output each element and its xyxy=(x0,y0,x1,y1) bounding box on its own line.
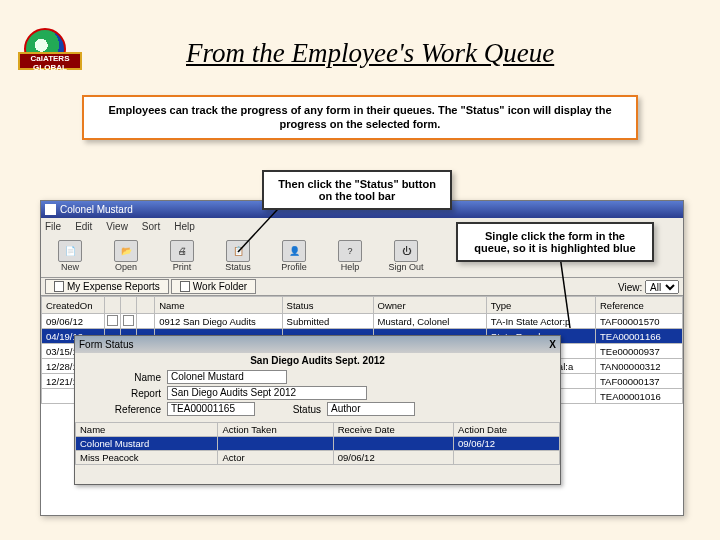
grid-header: CreatedOn Name Status Owner Type Referen… xyxy=(42,297,683,314)
menu-edit[interactable]: Edit xyxy=(75,221,92,232)
window-title: Colonel Mustard xyxy=(60,201,133,218)
table-row[interactable]: Colonel Mustard09/06/12 xyxy=(76,437,560,451)
sh-name[interactable]: Name xyxy=(76,423,218,437)
tb-open[interactable]: 📂Open xyxy=(103,236,149,276)
open-icon: 📂 xyxy=(114,240,138,262)
note-select: Single click the form in the queue, so i… xyxy=(456,222,654,262)
tab-work-folder[interactable]: Work Folder xyxy=(171,279,256,294)
help-icon: ? xyxy=(338,240,362,262)
hdr-status[interactable]: Status xyxy=(282,297,373,314)
table-row[interactable]: Miss PeacockActor09/06/12 xyxy=(76,451,560,465)
note-main: Employees can track the progress of any … xyxy=(82,95,638,140)
form-status-panel: Form Status X San Diego Audits Sept. 201… xyxy=(74,335,561,485)
fld-ref: TEA00001165 xyxy=(167,402,255,416)
app-icon xyxy=(45,204,56,215)
status-kv: NameColonel Mustard ReportSan Diego Audi… xyxy=(75,368,560,420)
lbl-report: Report xyxy=(105,388,161,399)
tab-my-expense[interactable]: My Expense Reports xyxy=(45,279,169,294)
hdr-type[interactable]: Type xyxy=(486,297,595,314)
hdr-created[interactable]: CreatedOn xyxy=(42,297,105,314)
page-title: From the Employee's Work Queue xyxy=(186,38,554,69)
tb-profile[interactable]: 👤Profile xyxy=(271,236,317,276)
tb-signout[interactable]: ⏻Sign Out xyxy=(383,236,429,276)
hdr-ic1[interactable] xyxy=(104,297,120,314)
sh-recv[interactable]: Receive Date xyxy=(333,423,453,437)
calaters-logo: CalATERSGLOBAL xyxy=(18,22,84,78)
logo-text: CalATERSGLOBAL xyxy=(18,52,82,70)
fld-report: San Diego Audits Sept 2012 xyxy=(167,386,367,400)
print-icon: 🖨 xyxy=(170,240,194,262)
hdr-name[interactable]: Name xyxy=(155,297,282,314)
view-selector: View: All xyxy=(618,280,679,294)
tb-help[interactable]: ?Help xyxy=(327,236,373,276)
hdr-ic3[interactable] xyxy=(137,297,155,314)
view-label: View: xyxy=(618,282,642,293)
sh-act[interactable]: Action Date xyxy=(454,423,560,437)
profile-icon: 👤 xyxy=(282,240,306,262)
signout-icon: ⏻ xyxy=(394,240,418,262)
lbl-name: Name xyxy=(105,372,161,383)
menu-help[interactable]: Help xyxy=(174,221,195,232)
hdr-ic2[interactable] xyxy=(120,297,136,314)
new-icon: 📄 xyxy=(58,240,82,262)
tb-print[interactable]: 🖨Print xyxy=(159,236,205,276)
tabbar: My Expense Reports Work Folder View: All xyxy=(41,278,683,296)
close-icon[interactable]: X xyxy=(549,336,556,353)
status-icon: 📋 xyxy=(226,240,250,262)
tb-new[interactable]: 📄New xyxy=(47,236,93,276)
menu-sort[interactable]: Sort xyxy=(142,221,160,232)
status-history-grid: Name Action Taken Receive Date Action Da… xyxy=(75,422,560,465)
note-status: Then click the "Status" button on the to… xyxy=(262,170,452,210)
lbl-status: Status xyxy=(275,404,321,415)
menu-view[interactable]: View xyxy=(106,221,128,232)
hdr-reference[interactable]: Reference xyxy=(596,297,683,314)
view-select[interactable]: All xyxy=(645,280,679,294)
hdr-owner[interactable]: Owner xyxy=(373,297,486,314)
document-icon xyxy=(54,281,64,292)
lbl-ref: Reference xyxy=(105,404,161,415)
table-row[interactable]: 09/06/120912 San Diego AuditsSubmittedMu… xyxy=(42,314,683,329)
form-icon xyxy=(107,315,118,326)
status-panel-title: Form Status xyxy=(79,336,133,353)
fld-name: Colonel Mustard xyxy=(167,370,287,384)
sh-action[interactable]: Action Taken xyxy=(218,423,333,437)
status-headline: San Diego Audits Sept. 2012 xyxy=(75,353,560,368)
attach-icon xyxy=(123,315,134,326)
tb-status[interactable]: 📋Status xyxy=(215,236,261,276)
menu-file[interactable]: File xyxy=(45,221,61,232)
status-panel-titlebar: Form Status X xyxy=(75,336,560,353)
fld-status: Author xyxy=(327,402,415,416)
document-icon xyxy=(180,281,190,292)
